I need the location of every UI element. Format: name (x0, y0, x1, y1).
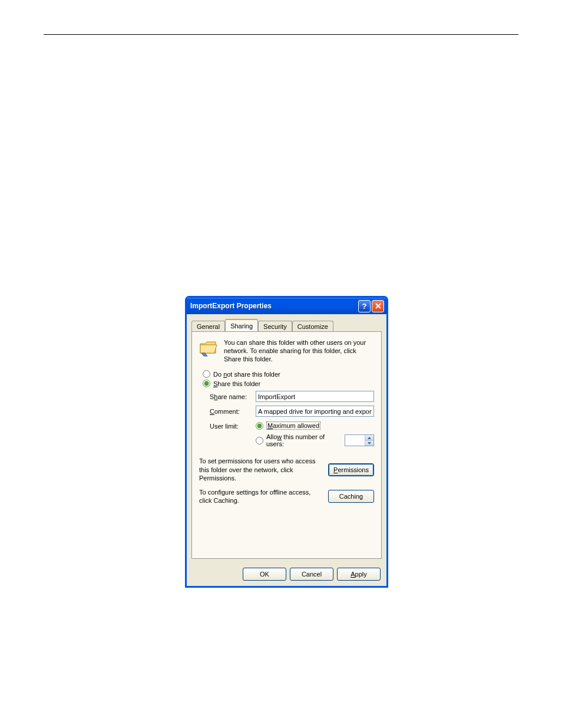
close-icon (375, 303, 381, 309)
permissions-row: To set permissions for users who access … (199, 457, 374, 482)
radio-max-allowed[interactable] (256, 422, 263, 430)
dialog-button-row: OK Cancel Apply (187, 564, 386, 586)
user-count-spinner[interactable] (345, 434, 374, 446)
radio-share-row[interactable]: Share this folder (203, 380, 374, 387)
user-limit-max-row[interactable]: Maximum allowed (256, 421, 374, 430)
radio-not-share[interactable] (203, 370, 210, 378)
help-button[interactable]: ? (358, 300, 371, 312)
window-title: ImportExport Properties (190, 302, 357, 310)
caching-row: To configure settings for offline access… (199, 488, 374, 505)
radio-max-label: Maximum allowed (266, 421, 320, 430)
spinner-down[interactable] (365, 440, 373, 446)
user-limit-n-row[interactable]: Allow this number of users: (256, 433, 374, 447)
comment-label: Comment: (210, 408, 256, 415)
chevron-down-icon (368, 442, 371, 444)
page-rule (44, 34, 518, 35)
share-name-input[interactable] (256, 391, 374, 402)
cancel-button[interactable]: Cancel (290, 568, 333, 581)
folder-share-icon (199, 339, 219, 357)
user-limit-block: User limit: Maximum allowed Allow this n… (210, 421, 374, 451)
properties-dialog: ImportExport Properties ? General Sharin… (185, 296, 388, 588)
radio-not-share-row[interactable]: Do not share this folder (203, 370, 374, 378)
radio-allow-n-label: Allow this number of users: (266, 433, 339, 447)
intro-text: You can share this folder with other use… (224, 339, 374, 363)
apply-button[interactable]: Apply (337, 568, 381, 581)
permissions-button[interactable]: Permissions (328, 463, 374, 476)
tab-sharing[interactable]: Sharing (225, 319, 258, 331)
title-bar[interactable]: ImportExport Properties ? (187, 298, 386, 314)
close-button[interactable] (372, 300, 384, 312)
sharing-panel: You can share this folder with other use… (191, 331, 382, 559)
spinner-up[interactable] (365, 435, 373, 440)
tab-general[interactable]: General (191, 321, 225, 332)
share-name-row: Share name: (210, 391, 374, 402)
tab-strip: General Sharing Security Customize (187, 314, 386, 331)
caching-button[interactable]: Caching (328, 490, 374, 503)
chevron-up-icon (368, 437, 371, 439)
radio-share[interactable] (203, 380, 210, 387)
permissions-text: To set permissions for users who access … (199, 457, 328, 482)
tab-security[interactable]: Security (258, 321, 292, 332)
comment-row: Comment: (210, 406, 374, 417)
caching-text: To configure settings for offline access… (199, 488, 328, 505)
radio-share-label: Share this folder (213, 380, 260, 387)
radio-allow-n[interactable] (256, 437, 263, 444)
ok-button[interactable]: OK (243, 568, 286, 581)
tab-customize[interactable]: Customize (292, 321, 333, 332)
user-limit-label: User limit: (210, 421, 256, 451)
comment-input[interactable] (256, 406, 374, 417)
share-name-label: Share name: (210, 393, 256, 400)
radio-not-share-label: Do not share this folder (213, 371, 280, 378)
